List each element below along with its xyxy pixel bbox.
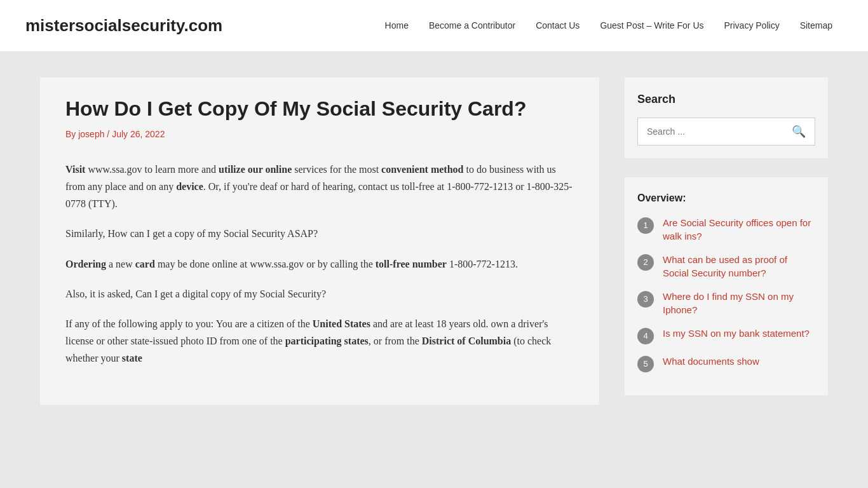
search-form[interactable]: 🔍: [637, 118, 815, 146]
nav-item: Sitemap: [790, 12, 843, 39]
site-logo[interactable]: mistersocialsecurity.com: [25, 13, 222, 39]
overview-link[interactable]: Is my SSN on my bank statement?: [663, 327, 810, 340]
nav-link-home[interactable]: Home: [375, 12, 419, 39]
overview-number: 4: [637, 328, 654, 344]
site-header: mistersocialsecurity.com HomeBecome a Co…: [0, 0, 868, 52]
overview-link[interactable]: Are Social Security offices open for wal…: [663, 216, 815, 243]
overview-number: 3: [637, 291, 654, 308]
overview-link[interactable]: What can be used as proof of Social Secu…: [663, 253, 815, 280]
search-input[interactable]: [638, 120, 783, 143]
overview-link[interactable]: What documents show: [663, 355, 759, 368]
overview-widget: Overview: 1Are Social Security offices o…: [625, 177, 828, 396]
overview-item: 2What can be used as proof of Social Sec…: [637, 253, 815, 280]
overview-number: 1: [637, 217, 654, 234]
search-icon: 🔍: [792, 125, 806, 138]
article-paragraph: Visit www.ssa.gov to learn more and util…: [65, 161, 574, 213]
nav-link-contact-us[interactable]: Contact Us: [526, 12, 590, 39]
article-paragraph: Ordering a new card may be done online a…: [65, 255, 574, 273]
overview-item: 1Are Social Security offices open for wa…: [637, 216, 815, 243]
main-content: How Do I Get Copy Of My Social Security …: [40, 78, 599, 405]
overview-item: 4Is my SSN on my bank statement?: [637, 327, 815, 344]
sidebar: Search 🔍 Overview: 1Are Social Security …: [625, 78, 828, 405]
article-title: How Do I Get Copy Of My Social Security …: [65, 97, 574, 121]
search-button[interactable]: 🔍: [783, 118, 815, 145]
nav-item: Contact Us: [526, 12, 590, 39]
overview-number: 5: [637, 356, 654, 372]
nav-item: Become a Contributor: [419, 12, 526, 39]
search-widget: Search 🔍: [625, 78, 828, 158]
nav-item: Guest Post – Write For Us: [590, 12, 714, 39]
search-title: Search: [637, 90, 815, 109]
overview-list: 1Are Social Security offices open for wa…: [637, 216, 815, 372]
article-body: Visit www.ssa.gov to learn more and util…: [65, 161, 574, 367]
overview-item: 3Where do I find my SSN on my Iphone?: [637, 290, 815, 316]
article-paragraph: Similarly, How can I get a copy of my So…: [65, 225, 574, 242]
overview-number: 2: [637, 254, 654, 271]
overview-link[interactable]: Where do I find my SSN on my Iphone?: [663, 290, 815, 316]
article-meta: By joseph / July 26, 2022: [65, 127, 574, 141]
nav-link-sitemap[interactable]: Sitemap: [790, 12, 843, 39]
article-paragraph: If any of the following apply to you: Yo…: [65, 315, 574, 367]
overview-item: 5What documents show: [637, 355, 815, 372]
overview-title: Overview:: [637, 190, 815, 207]
nav-item: Privacy Policy: [714, 12, 790, 39]
nav-item: Home: [375, 12, 419, 39]
nav-link-guest-post-–-write-for-us[interactable]: Guest Post – Write For Us: [590, 12, 714, 39]
page-wrapper: How Do I Get Copy Of My Social Security …: [15, 52, 853, 443]
nav-link-become-a-contributor[interactable]: Become a Contributor: [419, 12, 526, 39]
site-nav: HomeBecome a ContributorContact UsGuest …: [375, 12, 843, 39]
article-paragraph: Also, it is asked, Can I get a digital c…: [65, 285, 574, 302]
nav-link-privacy-policy[interactable]: Privacy Policy: [714, 12, 790, 39]
